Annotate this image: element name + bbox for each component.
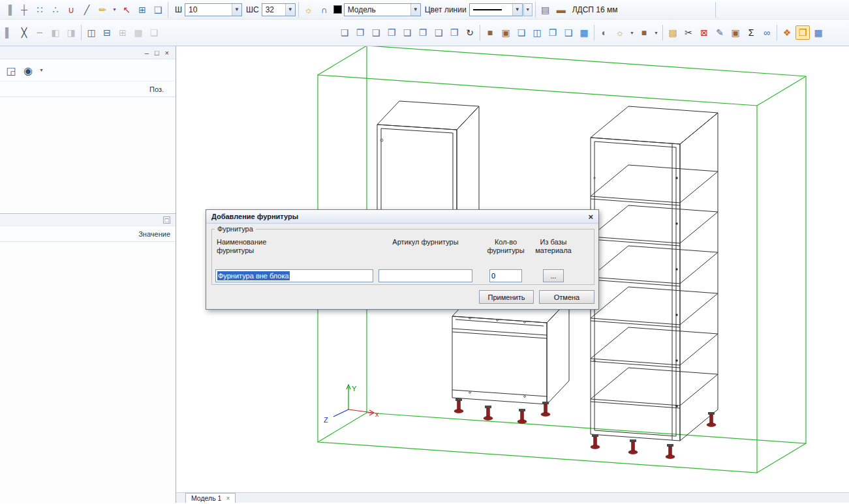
view-bottom-icon[interactable]: ❐	[416, 25, 430, 40]
layer-combo[interactable]: Модель ▼	[344, 3, 421, 16]
grid-points-icon[interactable]: ∷	[33, 3, 47, 17]
panel-maximize-icon[interactable]: □	[155, 50, 159, 56]
snap-move-icon[interactable]: ┼	[17, 3, 31, 17]
solid-tools-group: ■▣❏◫❐❑▦	[483, 25, 591, 40]
article-input[interactable]	[378, 269, 472, 282]
material-box-dropdown[interactable]: ▼	[653, 31, 660, 35]
left-panel: – □ × ◲◉▼ Поз. □ Значение	[0, 46, 176, 503]
view-iso-icon[interactable]: ❑	[431, 25, 446, 40]
chevron-down-icon[interactable]: ▼	[410, 4, 420, 16]
width-combo[interactable]: 10 ▼	[185, 3, 242, 16]
measure-icon[interactable]: ✏	[95, 3, 110, 17]
tab-close-icon[interactable]: ×	[226, 495, 230, 502]
solid-panel-icon[interactable]: ▣	[499, 25, 513, 40]
light-dropdown[interactable]: ▼	[628, 31, 636, 35]
construction-line-icon[interactable]: ┄	[33, 25, 47, 40]
scissors-icon[interactable]: ✂	[681, 25, 696, 40]
browse-button[interactable]: ...	[543, 269, 564, 282]
table-icon[interactable]: ▦	[577, 25, 591, 40]
brush-icon[interactable]: ✎	[713, 25, 727, 40]
view-front-icon[interactable]: ❏	[337, 25, 352, 40]
visibility-icon[interactable]: ◉	[21, 63, 35, 78]
active-color-swatch[interactable]	[333, 5, 342, 14]
panel-toolbar: ◲◉▼	[0, 59, 176, 82]
viewport[interactable]: Y x Z Добавление фурнитуры × Фурнитура Н…	[176, 46, 849, 503]
view-left-icon[interactable]: ❑	[369, 25, 383, 40]
tall-cabinet[interactable]	[591, 106, 718, 441]
dialog-title: Добавление фурнитуры	[211, 213, 298, 220]
search-icon[interactable]: ∞	[760, 25, 774, 40]
snap-angle-icon[interactable]: ∴	[48, 3, 63, 17]
article-label: Артикул фурнитуры	[378, 238, 472, 246]
paste-icon[interactable]: ▤	[666, 25, 680, 40]
visibility-dropdown[interactable]: ▼	[38, 68, 45, 72]
toolbar-row-1: ▐┼∷∴∪╱✏▼↖⊞❑ Ш 10 ▼ ШС 32 ▼ ☼∩ Модель ▼ Ц…	[0, 0, 849, 20]
panel-titlebar: – □ ×	[0, 46, 176, 59]
magnet-icon[interactable]: ∪	[64, 3, 78, 17]
line-style-dropdown[interactable]: ▼	[523, 3, 533, 16]
solid-box-icon[interactable]: ■	[483, 25, 497, 40]
cut-fragment-icon[interactable]: ⊠	[697, 25, 711, 40]
dialog-titlebar[interactable]: Добавление фурнитуры ×	[206, 210, 598, 224]
layer-tools-group: ☼∩	[301, 3, 332, 17]
mirror-move-icon[interactable]: ◨	[64, 25, 78, 40]
furniture-name-input[interactable]: Фурнитура вне блока	[215, 269, 373, 282]
fragment-edit-icon[interactable]: ❒	[795, 25, 810, 40]
chevron-down-icon[interactable]: ▼	[285, 4, 295, 16]
light-icon[interactable]: ☼	[613, 25, 627, 40]
panel-icon[interactable]: ▬	[554, 3, 568, 17]
box-section-icon[interactable]: ❐	[546, 25, 560, 40]
material-settings-icon[interactable]: ▤	[538, 3, 553, 17]
mirror-axis-icon[interactable]: ╳	[17, 25, 31, 40]
preview-icon[interactable]: ◲	[4, 63, 18, 78]
flip-vertical-icon[interactable]: ⊟	[100, 25, 114, 40]
mirror-copy-icon[interactable]: ◧	[48, 25, 63, 40]
model-structure-icon[interactable]: ❖	[780, 25, 794, 40]
distribute-icon[interactable]: ▦	[131, 25, 146, 40]
shading-mode-icon[interactable]: ◐	[597, 25, 611, 40]
panel2-maximize-icon[interactable]: □	[163, 216, 170, 224]
package-icon[interactable]: ▣	[728, 25, 743, 40]
dialog-close-icon[interactable]: ×	[588, 213, 593, 221]
panel-close-icon[interactable]: ×	[165, 50, 169, 56]
position-header-label: Поз.	[149, 85, 164, 93]
toolbar-separator	[81, 25, 82, 40]
chevron-down-icon[interactable]: ▼	[512, 4, 522, 16]
view-dimetric-icon[interactable]: ❒	[447, 25, 461, 40]
apply-button[interactable]: Применить	[479, 290, 534, 304]
rotate-view-icon[interactable]: ↻	[463, 25, 477, 40]
add-furniture-dialog: Добавление фурнитуры × Фурнитура Наимено…	[206, 209, 599, 310]
view-back-icon[interactable]: ❐	[353, 25, 367, 40]
cut-partial-icon[interactable]: ▌	[1, 25, 16, 40]
tab-model-1[interactable]: Модель 1 ×	[185, 493, 236, 503]
box-wire-icon[interactable]: ❏	[514, 25, 529, 40]
chevron-down-icon[interactable]: ▼	[232, 4, 241, 16]
material-box-icon[interactable]: ■	[637, 25, 651, 40]
value-list[interactable]	[0, 242, 176, 503]
line-color-combo[interactable]: ▼	[469, 3, 523, 16]
snap-3d-icon[interactable]: ❑	[151, 3, 165, 17]
box-edit-icon[interactable]: ❑	[561, 25, 576, 40]
panel-minimize-icon[interactable]: –	[145, 50, 149, 56]
document-tabstrip: Модель 1 ×	[176, 492, 849, 503]
spacing-combo[interactable]: 32 ▼	[262, 3, 296, 16]
qty-input[interactable]	[489, 269, 522, 282]
snap-object-icon[interactable]: ↖	[119, 3, 134, 17]
selected-text: Фурнитура вне блока	[217, 271, 290, 280]
sum-icon[interactable]: Σ	[744, 25, 758, 40]
measure-dropdown[interactable]: ▼	[111, 7, 118, 12]
box-pair-icon[interactable]: ◫	[530, 25, 544, 40]
snap-grid-icon[interactable]: ⊞	[135, 3, 149, 17]
bulb-icon[interactable]: ☼	[301, 3, 316, 17]
snap-partial-icon[interactable]: ▐	[1, 3, 16, 17]
view-right-icon[interactable]: ❒	[384, 25, 399, 40]
lock-icon[interactable]: ∩	[317, 3, 332, 17]
flip-horizontal-icon[interactable]: ◫	[84, 25, 99, 40]
group-icon[interactable]: ❏	[147, 25, 161, 40]
view-top-icon[interactable]: ❏	[400, 25, 414, 40]
position-list[interactable]	[0, 97, 176, 213]
array-icon[interactable]: ⊞	[116, 25, 130, 40]
cancel-button[interactable]: Отмена	[539, 290, 594, 304]
snap-line-icon[interactable]: ╱	[80, 3, 94, 17]
table-grid-icon[interactable]: ▦	[811, 25, 826, 40]
